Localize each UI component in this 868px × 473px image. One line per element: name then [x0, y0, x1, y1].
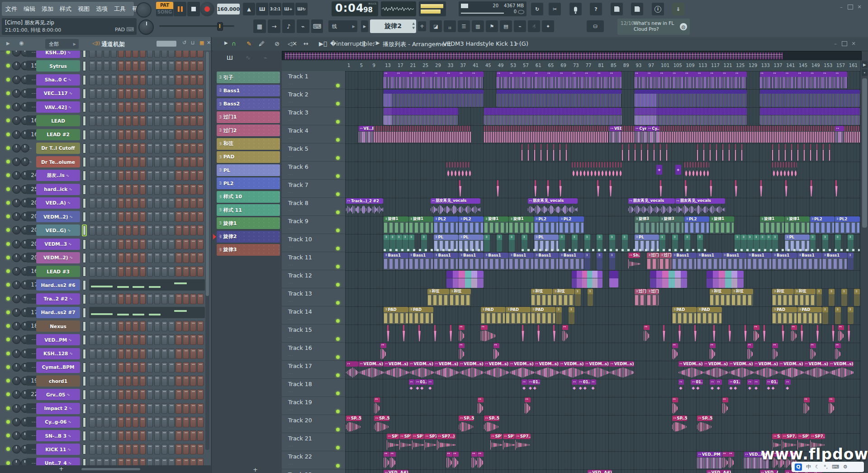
step-cell[interactable] [168, 430, 175, 441]
step-cell[interactable] [161, 129, 168, 140]
step-cell[interactable] [190, 458, 196, 466]
step-cell[interactable] [118, 444, 124, 454]
step-cell[interactable] [118, 102, 124, 112]
step-cell[interactable] [140, 211, 146, 222]
channel-led[interactable] [6, 365, 10, 369]
step-cell[interactable] [104, 376, 110, 386]
channel-pan-knob[interactable] [12, 445, 21, 454]
step-cell[interactable] [111, 321, 117, 331]
clip-pattern[interactable]: ∃旋律3 [635, 216, 659, 234]
track-name[interactable]: Track 23 [288, 471, 312, 473]
step-cell[interactable] [96, 143, 103, 153]
step-cell[interactable] [175, 143, 182, 153]
step-cell[interactable] [168, 444, 175, 454]
step-cell[interactable] [147, 444, 153, 454]
channel-name-button[interactable]: hard..ick∿ [36, 184, 80, 195]
channel-pan-knob[interactable] [12, 281, 21, 289]
channel-pan-knob[interactable] [12, 144, 21, 153]
clip-pattern-small[interactable]: ∃ [584, 253, 590, 270]
clip-audio-hit[interactable]: ↦ [829, 397, 835, 415]
step-cell[interactable] [104, 321, 110, 331]
clip-audio-hit[interactable]: ↦ [481, 325, 496, 342]
clip-pattern[interactable]: ∃PL2 [534, 216, 559, 234]
step-cell[interactable] [96, 362, 103, 373]
clip-audio[interactable]: ↦◆ [747, 379, 753, 397]
step-cell[interactable] [190, 211, 196, 222]
clip-audio[interactable]: ↦SP' [387, 434, 399, 451]
step-cell[interactable] [147, 403, 153, 414]
step-cell[interactable] [104, 51, 110, 57]
clip-audio[interactable]: ↦SP' [399, 434, 412, 451]
clip-audio-hit[interactable]: ↦ [835, 343, 841, 360]
step-cell[interactable] [197, 184, 204, 195]
step-cell[interactable] [161, 294, 168, 304]
step-cell[interactable] [168, 211, 175, 222]
clip-stab[interactable] [534, 180, 537, 197]
step-cell[interactable] [168, 239, 175, 249]
clip-ghost-notes[interactable] [522, 249, 709, 251]
step-cell[interactable] [133, 266, 139, 277]
clip-stab[interactable] [663, 325, 665, 342]
step-cell[interactable] [161, 417, 168, 427]
step-cell[interactable] [111, 225, 117, 235]
step-cell[interactable] [111, 143, 117, 153]
clip-pattern[interactable]: ∃PL2 [835, 216, 859, 234]
channel-mute-indicator[interactable] [83, 171, 86, 181]
clip-audio[interactable]: ↦VEDM..s) [434, 361, 458, 378]
help-button[interactable]: ? [590, 3, 602, 15]
clip-audio[interactable]: ↦VEDM..s) [703, 361, 728, 378]
clip-pattern[interactable]: ∃Bass1 [459, 253, 483, 270]
playback-tool-icon[interactable]: ▶⃒ [319, 40, 327, 47]
step-cell[interactable] [125, 417, 132, 427]
step-cell[interactable] [118, 157, 124, 167]
step-cell[interactable] [197, 458, 204, 466]
timeline-ruler[interactable]: 1591317212529333741454953576165697377818… [282, 60, 861, 72]
clip-kick-roll[interactable] [772, 162, 797, 179]
step-cell[interactable] [125, 376, 132, 386]
play-pause-button[interactable] [174, 2, 186, 16]
step-cell[interactable] [140, 61, 146, 71]
step-cell[interactable] [168, 129, 175, 140]
clip-audio-hit[interactable]: ↦ [374, 397, 380, 415]
track-mute-led[interactable] [336, 192, 340, 196]
step-cell[interactable] [89, 253, 95, 263]
channel-mute-indicator[interactable] [83, 102, 86, 112]
step-cell[interactable] [175, 61, 182, 71]
clip-audio[interactable]: ↦朋友再见_vocals [431, 198, 480, 215]
step-cell[interactable] [154, 294, 161, 304]
step-cell[interactable] [190, 88, 196, 99]
channel-led[interactable] [6, 434, 10, 437]
step-cell[interactable] [89, 458, 95, 466]
step-cell[interactable] [104, 334, 110, 345]
step-cell[interactable] [197, 417, 204, 427]
step-cell[interactable] [140, 334, 146, 345]
step-cell[interactable] [96, 115, 103, 126]
clip-stab[interactable] [782, 325, 784, 342]
channel-mute-indicator[interactable] [83, 459, 86, 466]
blend-recording-button[interactable]: Ш+ [282, 3, 294, 15]
grid-icon[interactable]: ▦ [199, 40, 204, 46]
step-cell[interactable] [118, 417, 124, 427]
step-cell[interactable] [118, 389, 124, 400]
step-cell[interactable] [104, 211, 110, 222]
clip-kick-roll[interactable] [684, 162, 709, 179]
clip-audio[interactable]: ↦VE..PM [359, 126, 374, 143]
step-cell[interactable] [133, 321, 139, 331]
clip-audio-hit[interactable]: ↦ [772, 343, 778, 360]
step-cell[interactable] [118, 198, 124, 208]
touch-controller-button[interactable]: ☝ [528, 20, 540, 32]
step-cell[interactable] [96, 129, 103, 140]
step-cell[interactable] [183, 88, 189, 99]
channel-name-button[interactable]: KSH..128∿ [36, 348, 80, 359]
clip-audio[interactable]: ↦SP7..) [515, 434, 531, 451]
step-cell[interactable] [197, 157, 204, 167]
step-cell[interactable] [168, 389, 175, 400]
step-cell[interactable] [96, 417, 103, 427]
step-cell[interactable] [118, 253, 124, 263]
step-cell[interactable] [161, 444, 168, 454]
step-cell[interactable] [140, 389, 146, 400]
add-channel-button[interactable]: + [59, 465, 64, 472]
clip-pattern[interactable]: ∃PL2 [810, 216, 835, 234]
channel-name-button[interactable]: VEDM..3∿ [36, 239, 80, 250]
step-cell[interactable] [168, 417, 175, 427]
